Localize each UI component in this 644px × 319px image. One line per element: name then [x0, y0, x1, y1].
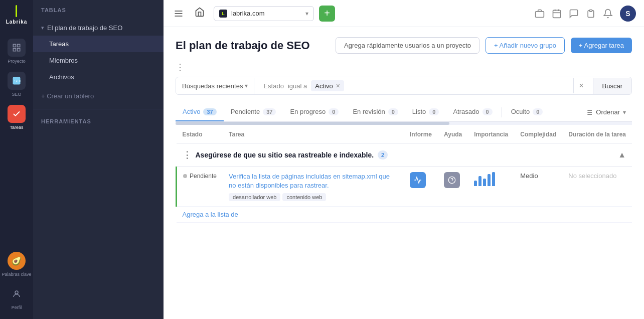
filter-remove-button[interactable]: ×: [336, 82, 340, 90]
tab-atrasado-count: 0: [482, 108, 493, 115]
top-bar: L labrika.com ▾ + S: [164, 0, 644, 27]
favicon: L: [219, 10, 227, 18]
th-tarea: Tarea: [223, 126, 404, 143]
bell-icon[interactable]: [603, 9, 613, 19]
tasks-table: Estado Tarea Informe Ayuda Importancia C…: [176, 126, 632, 223]
filter-clear-button[interactable]: ×: [573, 78, 588, 93]
sidebar-item-palabras[interactable]: 🥑 Palabras clave: [0, 248, 33, 281]
palabras-icon: 🥑: [8, 252, 26, 270]
order-label: Ordenar: [596, 108, 620, 116]
add-task-button[interactable]: + Agregar tarea: [571, 38, 632, 53]
tables-header: TABLAS: [33, 0, 164, 18]
tab-en-progreso[interactable]: En progreso 0: [283, 103, 346, 121]
tab-en-revision-count: 0: [388, 108, 398, 115]
table-header-row: Estado Tarea Informe Ayuda Importancia C…: [177, 126, 632, 143]
more-options-button[interactable]: ⋮: [176, 62, 632, 73]
tab-oculto-count: 0: [533, 108, 543, 115]
sidebar-item-tareas-menu[interactable]: Tareas: [33, 36, 164, 52]
tab-activo[interactable]: Activo 37: [176, 103, 224, 121]
secondary-sidebar: TABLAS ▾ El plan de trabajo de SEO Tarea…: [33, 0, 164, 319]
url-text: labrika.com: [231, 10, 301, 17]
ayuda-icon[interactable]: [444, 172, 460, 188]
expand-icon[interactable]: ▲: [618, 150, 626, 160]
tab-activo-count: 37: [203, 108, 216, 115]
clipboard-icon[interactable]: [586, 9, 596, 19]
recent-searches-text: Búsquedas recientes: [182, 82, 243, 90]
tag-contenido[interactable]: contenido web: [282, 193, 326, 201]
svg-rect-0: [13, 44, 16, 47]
status-badge: Pendiente: [183, 173, 217, 180]
svg-rect-3: [18, 49, 20, 51]
bar-5: [492, 172, 495, 186]
task-name-cell: Verifica la lista de páginas incluidas e…: [223, 167, 404, 207]
tab-en-progreso-count: 0: [329, 108, 339, 115]
tab-oculto[interactable]: Oculto 0: [504, 103, 550, 121]
informe-icon[interactable]: [410, 172, 426, 188]
task-link[interactable]: Verifica la lista de páginas incluidas e…: [229, 173, 390, 189]
group-count: 2: [378, 150, 388, 160]
th-complejidad: Complejidad: [514, 126, 562, 143]
sidebar-item-perfil[interactable]: Perfil: [0, 281, 33, 314]
svg-rect-10: [536, 11, 544, 17]
tab-pendiente-count: 37: [263, 108, 276, 115]
avatar[interactable]: S: [620, 6, 636, 22]
task-tags: desarrollador web contenido web: [229, 193, 398, 201]
tab-listo-count: 0: [429, 108, 439, 115]
add-users-button[interactable]: Agrega rápidamente usuarios a un proyect…: [336, 37, 479, 54]
tab-listo-label: Listo: [412, 108, 426, 115]
project-title[interactable]: ▾ El plan de trabajo de SEO: [33, 20, 164, 36]
briefcase-icon[interactable]: [535, 9, 545, 19]
group-more-icon[interactable]: ⋮: [183, 149, 192, 161]
search-button[interactable]: Buscar: [593, 78, 631, 94]
sidebar-item-miembros[interactable]: Miembros: [33, 52, 164, 69]
tag-desarrollador[interactable]: desarrollador web: [229, 193, 280, 201]
th-estado: Estado: [177, 126, 223, 143]
add-task-label[interactable]: Agrega a la lista de: [183, 211, 238, 218]
order-button[interactable]: Ordenar ▾: [579, 104, 632, 120]
th-duracion: Duración de la tarea: [562, 126, 632, 143]
seo-icon: SEO: [8, 72, 26, 90]
url-selector[interactable]: L labrika.com ▾: [214, 6, 314, 21]
calendar-icon[interactable]: [552, 9, 562, 19]
filter-tag-activo: Activo ×: [311, 80, 344, 91]
add-button[interactable]: +: [319, 6, 335, 22]
filter-tag-value: Activo: [315, 82, 333, 90]
group-title: Asegúrese de que su sitio sea rastreable…: [196, 151, 374, 159]
sidebar-item-proyecto[interactable]: Proyecto: [0, 35, 33, 68]
tab-en-revision[interactable]: En revisión 0: [346, 103, 405, 121]
main-content: L labrika.com ▾ + S: [164, 0, 644, 319]
create-board-button[interactable]: + Crear un tablero: [33, 87, 164, 105]
sidebar-item-tareas[interactable]: Tareas: [0, 101, 33, 134]
proyecto-icon: [8, 39, 26, 57]
th-ayuda: Ayuda: [438, 126, 468, 143]
bar-4: [488, 174, 491, 186]
tareas-icon: [8, 105, 26, 123]
svg-text:SEO: SEO: [15, 79, 22, 83]
status-dot: [183, 174, 187, 178]
th-importancia: Importancia: [468, 126, 514, 143]
message-icon[interactable]: [569, 9, 579, 19]
tab-en-revision-label: En revisión: [353, 108, 385, 115]
tab-atrasado[interactable]: Atrasado 0: [446, 103, 499, 121]
sidebar-item-archivos[interactable]: Archivos: [33, 69, 164, 85]
page-title: El plan de trabajo de SEO: [176, 39, 330, 52]
recent-searches-button[interactable]: Búsquedas recientes ▾: [176, 78, 254, 94]
order-icon: [585, 108, 593, 116]
status-label: Pendiente: [190, 173, 217, 180]
sidebar-item-seo[interactable]: SEO SEO: [0, 68, 33, 101]
importance-text: Medio: [520, 172, 538, 180]
tab-listo[interactable]: Listo 0: [405, 103, 446, 121]
sidebar-item-label-perfil: Perfil: [12, 305, 22, 310]
filter-tags: Estado igual a Activo ×: [258, 77, 569, 94]
page-header: El plan de trabajo de SEO Agrega rápidam…: [176, 37, 632, 54]
add-task-cell: Agrega a la lista de: [177, 207, 632, 223]
tab-pendiente-label: Pendiente: [231, 108, 260, 115]
main-sidebar: Labrika Proyecto SEO SEO Tareas 🥑 Palabr…: [0, 0, 33, 319]
hamburger-button[interactable]: [172, 7, 186, 21]
task-status-cell: Pendiente: [177, 167, 223, 207]
add-group-button[interactable]: + Añadir nuevo grupo: [486, 37, 565, 54]
task-informe-cell: [404, 167, 438, 207]
home-button[interactable]: [191, 5, 209, 22]
task-complejidad-cell: Medio: [514, 167, 562, 207]
tab-pendiente[interactable]: Pendiente 37: [224, 103, 283, 121]
